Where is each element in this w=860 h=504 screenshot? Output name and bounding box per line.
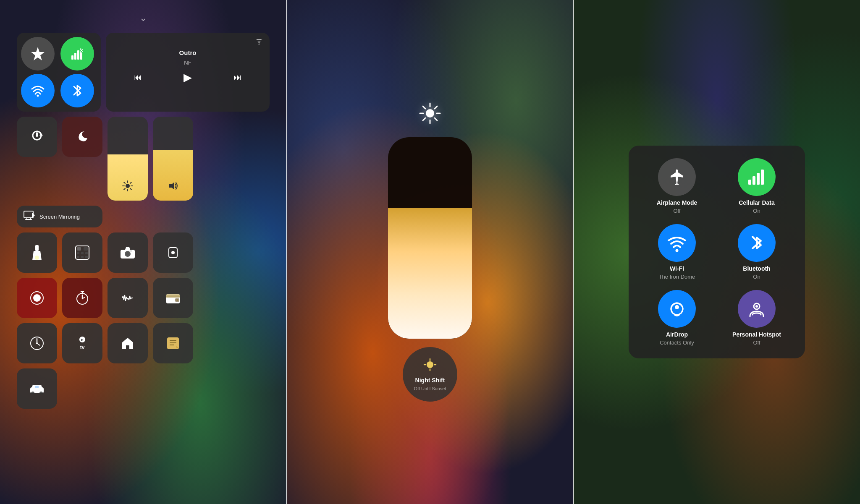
personal-hotspot-circle bbox=[738, 290, 776, 328]
svg-point-88 bbox=[426, 109, 434, 118]
play-button[interactable]: ▶ bbox=[184, 71, 192, 84]
network-settings-card: Airplane Mode Off bbox=[629, 146, 805, 358]
svg-rect-0 bbox=[71, 55, 73, 60]
cellular-data-label: Cellular Data bbox=[739, 199, 775, 206]
bluetooth-item[interactable]: Bluetooth On bbox=[721, 224, 792, 280]
svg-point-7 bbox=[37, 95, 39, 97]
svg-rect-105 bbox=[761, 170, 764, 185]
svg-point-13 bbox=[126, 184, 130, 188]
camera-button[interactable] bbox=[108, 232, 148, 273]
wifi-button[interactable] bbox=[21, 74, 55, 107]
svg-point-43 bbox=[126, 252, 129, 256]
fast-forward-button[interactable]: ⏭ bbox=[233, 73, 242, 82]
svg-line-19 bbox=[130, 188, 131, 190]
svg-point-46 bbox=[171, 251, 175, 254]
volume-slider[interactable] bbox=[153, 117, 193, 201]
svg-rect-33 bbox=[84, 247, 88, 251]
svg-rect-38 bbox=[81, 256, 84, 258]
homekit-button[interactable] bbox=[108, 323, 148, 363]
night-shift-sub-label: Off Until Sunset bbox=[414, 386, 446, 391]
airdrop-status: Contacts Only bbox=[660, 339, 694, 346]
svg-rect-2 bbox=[77, 50, 79, 60]
airplane-mode-button[interactable] bbox=[21, 37, 55, 71]
night-shift-button[interactable]: Night Shift Off Until Sunset bbox=[403, 347, 457, 402]
rotation-lock-icon bbox=[29, 128, 45, 146]
media-artist: NF bbox=[113, 60, 263, 66]
svg-rect-35 bbox=[81, 252, 84, 254]
network-grid: Airplane Mode Off bbox=[641, 158, 792, 346]
svg-rect-34 bbox=[77, 252, 79, 254]
voice-memos-button[interactable] bbox=[108, 278, 148, 318]
screen-record-button[interactable] bbox=[17, 278, 57, 318]
brightness-fill bbox=[388, 208, 472, 339]
brightness-slider[interactable] bbox=[108, 117, 148, 201]
car-button[interactable] bbox=[17, 368, 57, 409]
screen-mirroring-label: Screen Mirroring bbox=[39, 214, 80, 220]
icon-row-4 bbox=[17, 368, 270, 409]
svg-line-93 bbox=[423, 106, 425, 109]
wifi-network-name: The Iron Dome bbox=[659, 274, 695, 280]
svg-rect-39 bbox=[85, 256, 88, 258]
cellular-data-item[interactable]: Cellular Data On bbox=[721, 158, 792, 214]
moon-icon bbox=[76, 129, 89, 145]
rotation-lock-button[interactable] bbox=[17, 117, 57, 157]
svg-rect-12 bbox=[36, 132, 38, 136]
mid-panel: Night Shift Off Until Sunset bbox=[287, 0, 574, 504]
personal-hotspot-item[interactable]: Personal Hotspot Off bbox=[721, 290, 792, 346]
wifi-item[interactable]: Wi-Fi The Iron Dome bbox=[641, 224, 713, 280]
bluetooth-circle bbox=[738, 224, 776, 262]
notes-button[interactable] bbox=[153, 323, 193, 363]
svg-rect-32 bbox=[77, 247, 81, 251]
svg-point-110 bbox=[755, 305, 758, 308]
timer-button[interactable] bbox=[62, 278, 102, 318]
media-title: Outro bbox=[113, 49, 263, 56]
svg-rect-87 bbox=[35, 386, 39, 388]
svg-point-108 bbox=[675, 305, 679, 309]
svg-rect-102 bbox=[748, 180, 751, 185]
connectivity-block bbox=[17, 33, 101, 112]
svg-point-44 bbox=[130, 250, 132, 252]
svg-rect-104 bbox=[757, 173, 760, 185]
left-panel: ⌄ bbox=[0, 0, 287, 504]
svg-marker-22 bbox=[169, 182, 174, 190]
row2 bbox=[17, 117, 270, 201]
media-controls: ⏮ ▶ ⏭ bbox=[113, 71, 263, 84]
airplay-icon bbox=[113, 39, 263, 46]
svg-line-96 bbox=[423, 118, 425, 120]
svg-rect-28 bbox=[35, 245, 39, 251]
wallet-button[interactable] bbox=[153, 278, 193, 318]
svg-point-30 bbox=[35, 256, 39, 260]
apple-tv-button[interactable]: tv bbox=[62, 323, 102, 363]
airplane-mode-item[interactable]: Airplane Mode Off bbox=[641, 158, 713, 214]
rewind-button[interactable]: ⏮ bbox=[134, 73, 142, 82]
airplane-mode-status: Off bbox=[673, 208, 680, 214]
svg-marker-8 bbox=[258, 43, 260, 44]
svg-line-21 bbox=[124, 188, 125, 190]
cellular-data-status: On bbox=[753, 208, 760, 214]
svg-line-18 bbox=[124, 182, 125, 183]
icon-row-3: tv bbox=[17, 323, 270, 363]
svg-point-76 bbox=[36, 342, 38, 344]
svg-rect-1 bbox=[74, 53, 76, 60]
orientation-lock-button[interactable] bbox=[153, 232, 193, 273]
airplane-mode-label: Airplane Mode bbox=[657, 199, 697, 206]
apple-tv-label: tv bbox=[80, 345, 85, 350]
brightness-control[interactable] bbox=[388, 137, 472, 339]
bluetooth-label: Bluetooth bbox=[743, 265, 770, 272]
airdrop-item[interactable]: AirDrop Contacts Only bbox=[641, 290, 713, 346]
personal-hotspot-status: Off bbox=[753, 339, 760, 346]
chevron-down-icon: ⌄ bbox=[17, 13, 270, 24]
bluetooth-button[interactable] bbox=[60, 74, 94, 107]
do-not-disturb-button[interactable] bbox=[62, 117, 102, 157]
calculator-button[interactable] bbox=[62, 232, 102, 273]
svg-point-72 bbox=[176, 299, 178, 301]
brightness-icon bbox=[122, 180, 133, 194]
screen-mirroring-button[interactable]: Screen Mirroring bbox=[17, 206, 102, 227]
right-panel: Airplane Mode Off bbox=[574, 0, 860, 504]
svg-rect-47 bbox=[171, 257, 175, 258]
flashlight-button[interactable] bbox=[17, 232, 57, 273]
svg-rect-37 bbox=[77, 256, 79, 258]
clock-button[interactable] bbox=[17, 323, 57, 363]
cellular-data-button[interactable] bbox=[60, 37, 94, 71]
brightness-top-icon bbox=[419, 102, 441, 129]
